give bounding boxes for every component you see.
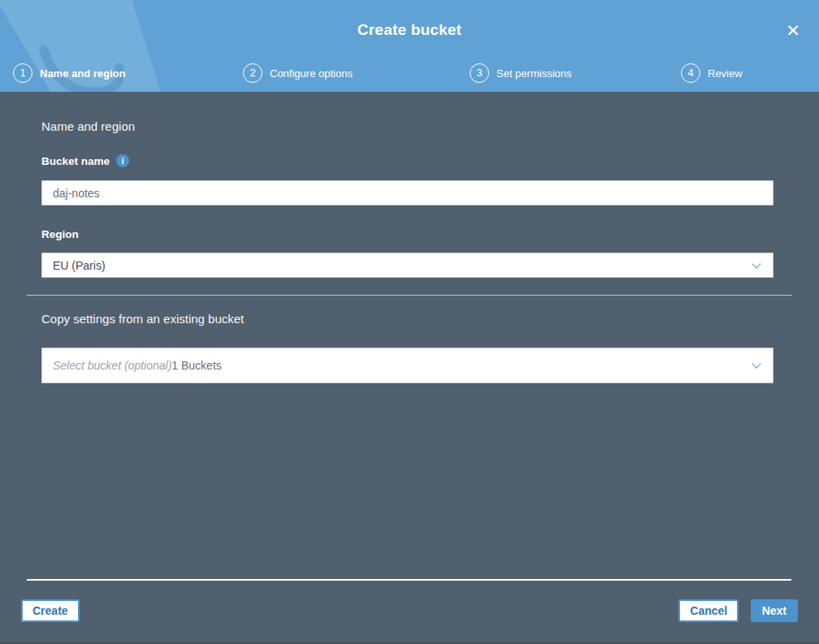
modal-header: Create bucket ✕ 1 Name and region 2 Conf… [0,0,819,92]
close-icon[interactable]: ✕ [780,18,806,44]
bucket-name-label: Bucket name [41,155,110,167]
step-name-and-region[interactable]: 1 Name and region [13,63,125,83]
copy-bucket-count: 1 Buckets [171,359,221,372]
modal-body: Name and region Bucket name i Region EU … [0,92,819,644]
step-set-permissions[interactable]: 3 Set permissions [470,63,571,83]
region-label-row: Region [41,228,774,240]
info-icon[interactable]: i [116,154,129,167]
copy-bucket-select[interactable]: Select bucket (optional) 1 Buckets [41,348,774,383]
create-bucket-modal: Create bucket ✕ 1 Name and region 2 Conf… [0,0,819,644]
step-4-number: 4 [681,63,700,83]
footer-right-buttons: Cancel Next [670,599,798,622]
next-button[interactable]: Next [751,599,798,622]
chevron-down-icon [752,359,760,368]
step-configure-options[interactable]: 2 Configure options [243,63,353,83]
step-review[interactable]: 4 Review [681,63,743,83]
cancel-button[interactable]: Cancel [678,599,739,622]
create-button[interactable]: Create [21,599,80,622]
section-heading-name-and-region: Name and region [41,119,774,133]
copy-bucket-placeholder: Select bucket (optional) [53,359,171,372]
step-3-number: 3 [470,63,489,83]
footer-divider [27,579,791,581]
region-label: Region [41,228,79,240]
step-1-number: 1 [13,63,32,83]
step-4-label: Review [708,67,743,80]
bucket-name-input[interactable] [41,180,774,205]
step-3-label: Set permissions [496,67,571,80]
modal-footer: Create Cancel Next [0,599,819,624]
section-divider [27,295,792,296]
copy-settings-heading: Copy settings from an existing bucket [41,312,774,326]
wizard-steps: 1 Name and region 2 Configure options 3 … [0,63,819,84]
step-2-label: Configure options [270,67,353,80]
bucket-name-label-row: Bucket name i [41,154,774,167]
step-2-number: 2 [243,63,262,83]
region-select-value: EU (Paris) [53,259,106,272]
step-1-label: Name and region [40,67,125,80]
chevron-down-icon [752,259,760,268]
region-select[interactable]: EU (Paris) [41,253,774,278]
modal-title: Create bucket [0,21,819,39]
